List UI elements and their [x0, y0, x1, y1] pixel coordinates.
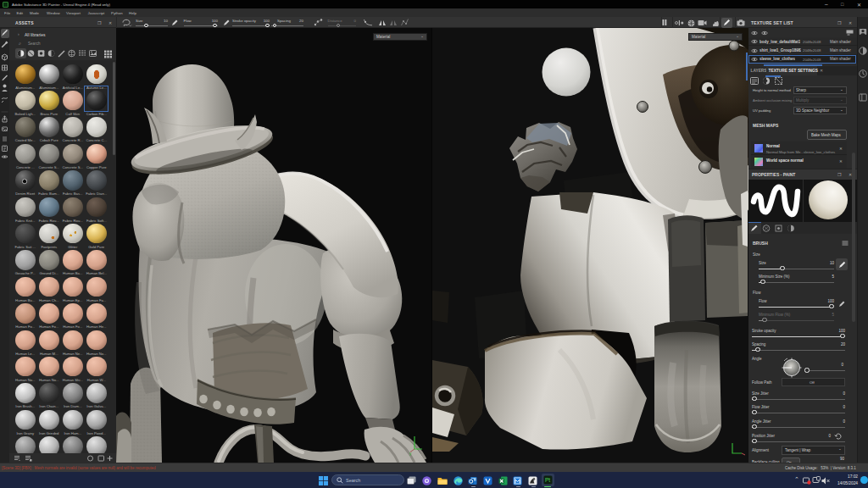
svg-text:Pt: Pt	[545, 477, 550, 483]
